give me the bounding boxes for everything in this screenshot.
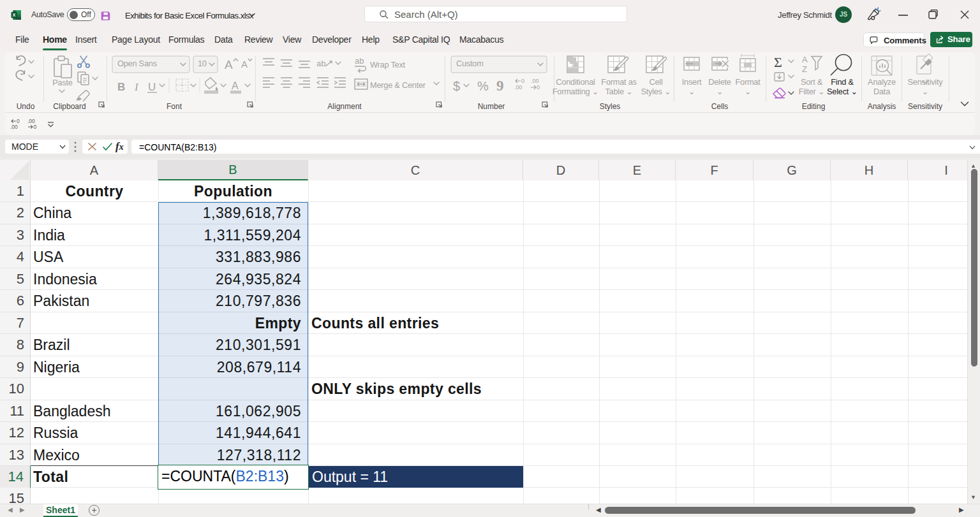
svg-text:X: X (13, 12, 16, 18)
